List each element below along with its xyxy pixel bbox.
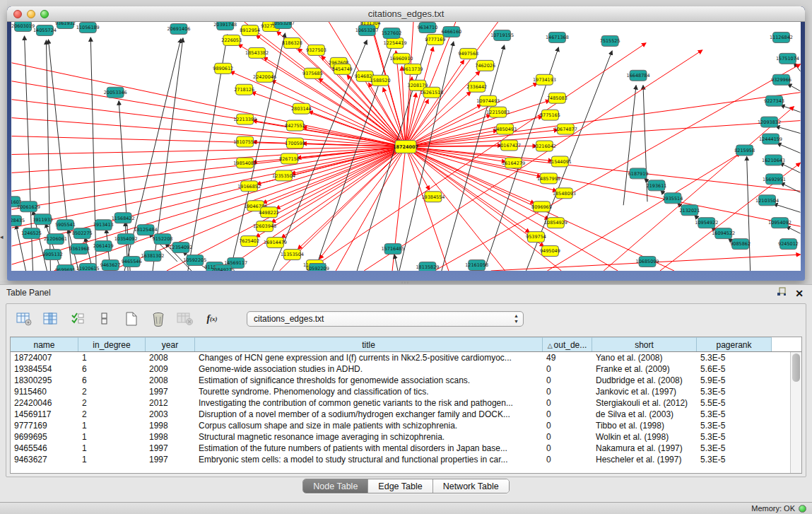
cell: 6 <box>78 375 146 386</box>
cell: 0 <box>543 454 592 465</box>
table-row[interactable]: 969969511998Structural magnetic resonanc… <box>11 431 790 443</box>
graph-node-label: 8186328 <box>282 40 302 46</box>
table-row[interactable]: 911546021997Tourette syndrome. Phenomeno… <box>11 386 790 397</box>
cell: 2 <box>78 386 146 397</box>
table-row[interactable]: 1938455462009Genome-wide association stu… <box>11 363 790 375</box>
delete-column-icon[interactable] <box>149 310 167 328</box>
graph-edge[interactable] <box>406 92 471 147</box>
network-window[interactable]: citations_edges.txt 89129549327506222605… <box>7 6 805 281</box>
graph-edge[interactable] <box>406 146 557 191</box>
graph-edge[interactable] <box>406 146 552 160</box>
graph-edge[interactable] <box>12 118 406 147</box>
graph-node-label: 19384554 <box>421 194 445 200</box>
show-column-icon[interactable] <box>42 310 60 328</box>
cell: 2003 <box>146 409 195 420</box>
graph-edge[interactable] <box>281 146 406 238</box>
graph-node-label: 9634710 <box>418 25 438 30</box>
graph-edge[interactable] <box>45 223 61 271</box>
network-canvas[interactable]: 8912954932750622260531854338298906122242… <box>11 22 801 271</box>
table-selector[interactable]: citations_edges.txt ▲▼ <box>247 311 524 327</box>
float-panel-icon[interactable] <box>777 287 787 300</box>
graph-node-label: 12103504 <box>755 198 779 204</box>
cell: 1 <box>78 431 146 443</box>
cell: 2 <box>78 397 146 409</box>
graph-node-label: 1700598 <box>285 141 305 146</box>
graph-edge[interactable] <box>298 48 406 146</box>
graph-node-label: 11544091 <box>548 159 572 165</box>
graph-edge[interactable] <box>406 93 800 147</box>
graph-edge[interactable] <box>786 226 800 233</box>
graph-node-label: 8912954 <box>240 28 260 33</box>
table-row[interactable]: 977716911998Corpus callosum shape and si… <box>11 420 790 431</box>
graph-edge[interactable] <box>12 63 406 147</box>
delete-table-icon[interactable] <box>176 310 194 328</box>
graph-node-label: 18528435 <box>11 218 25 223</box>
graph-edge[interactable] <box>776 127 801 134</box>
graph-node-label: 9361968 <box>69 246 90 252</box>
table-row[interactable]: 946362711997Embryonic stem cells: a mode… <box>11 454 790 465</box>
graph-edge[interactable] <box>406 105 481 146</box>
graph-node-label: 2935514 <box>663 196 683 201</box>
graph-node-label: 8502275 <box>72 230 93 236</box>
graph-node-label: 20053346 <box>104 90 127 95</box>
tab-network-table[interactable]: Network Table <box>433 479 509 493</box>
function-builder-icon[interactable]: f(x) <box>203 310 221 328</box>
column-header-out_de[interactable]: △out_de... <box>543 337 592 351</box>
graph-edge[interactable] <box>604 107 794 271</box>
create-column-icon[interactable] <box>122 310 141 328</box>
table-row[interactable]: 1830029562008Estimation of significance … <box>11 375 790 386</box>
table-mode-icon[interactable] <box>15 310 33 328</box>
memory-status-icon[interactable] <box>799 505 806 513</box>
graph-node-label: 22420046 <box>253 74 276 80</box>
graph-edge[interactable] <box>230 33 286 271</box>
scrollbar-thumb[interactable] <box>792 354 800 382</box>
graph-edge[interactable] <box>780 182 800 192</box>
column-header-year[interactable]: year <box>146 337 195 351</box>
collapse-panel-arrow-icon[interactable]: ◂ <box>0 233 4 240</box>
column-header-in_degree[interactable]: in_degree <box>78 337 146 351</box>
graph-node-label: 6466160 <box>441 29 461 35</box>
graph-node-label: 11920615 <box>76 266 100 271</box>
close-window-button[interactable] <box>13 10 22 18</box>
tab-edge-table[interactable]: Edge Table <box>368 479 433 493</box>
tab-node-table[interactable]: Node Table <box>303 479 368 493</box>
graph-edge[interactable] <box>780 105 800 112</box>
row-options-icon[interactable] <box>95 310 114 328</box>
vertical-scrollbar[interactable] <box>790 352 801 473</box>
cell: Jankovic et al. (1997) <box>592 386 697 397</box>
graph-edge[interactable] <box>256 35 406 147</box>
graph-edge[interactable] <box>623 86 636 206</box>
minimize-window-button[interactable] <box>27 10 35 18</box>
graph-node-label: 10954092 <box>768 220 792 226</box>
graph-node-label: 12093832 <box>758 119 781 125</box>
table-row[interactable]: 1872400712008Changes of HCN gene express… <box>11 352 790 363</box>
graph-edge[interactable] <box>12 100 406 147</box>
graph-node-label: 15716485 <box>382 246 405 252</box>
column-header-title[interactable]: title <box>195 337 543 351</box>
citation-network-graph[interactable]: 8912954932750622260531854338298906122242… <box>11 22 801 271</box>
graph-edge[interactable] <box>394 255 398 271</box>
graph-node-label: 18107552 <box>233 139 257 145</box>
graph-edge[interactable] <box>779 163 800 173</box>
table-row[interactable]: 946554611997Estimation of the future num… <box>11 443 790 454</box>
cell: Wolkin et al. (1998) <box>592 431 697 443</box>
graph-edge[interactable] <box>777 144 801 153</box>
graph-edge[interactable] <box>747 156 751 271</box>
graph-edge[interactable] <box>54 146 406 271</box>
column-header-short[interactable]: short <box>592 337 697 351</box>
graph-edge[interactable] <box>787 84 800 91</box>
cell: Nakamura et al. (1997) <box>592 443 697 454</box>
column-header-pagerank[interactable]: pagerank <box>697 337 772 351</box>
network-window-titlebar[interactable]: citations_edges.txt <box>7 6 805 22</box>
select-columns-icon[interactable] <box>69 310 87 328</box>
close-panel-icon[interactable]: ✕ <box>795 288 804 298</box>
table-row[interactable]: 1456911722003Disruption of a novel membe… <box>11 409 790 420</box>
graph-node-label: 9085862 <box>730 241 751 247</box>
column-header-name[interactable]: name <box>11 337 78 351</box>
graph-edge[interactable] <box>774 204 801 212</box>
table-row[interactable]: 2242004622012Investigating the contribut… <box>11 397 790 409</box>
graph-node-label: 15692951 <box>763 177 786 182</box>
zoom-window-button[interactable] <box>40 10 49 18</box>
graph-node-label: 10719155 <box>490 33 514 38</box>
graph-edge[interactable] <box>399 42 454 271</box>
